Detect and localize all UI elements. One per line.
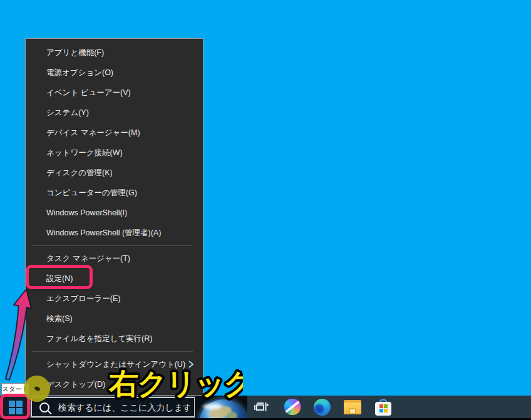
globe-cloud [203,404,222,409]
menu-item-device-manager[interactable]: デバイス マネージャー(M) [26,123,203,143]
file-explorer-button[interactable] [338,396,367,418]
menu-item-run[interactable]: ファイル名を指定して実行(R) [26,329,203,349]
microsoft-store-button[interactable] [369,396,398,418]
menu-item-disk-management[interactable]: ディスクの管理(K) [26,163,203,183]
menu-item-label: デバイス マネージャー(M) [46,128,140,138]
menu-item-label: ファイル名を指定して実行(R) [46,334,152,344]
menu-item-label: 検索(S) [46,314,73,324]
right-click-annotation: 右クリック [105,363,243,403]
menu-item-network-connections[interactable]: ネットワーク接続(W) [26,143,203,163]
menu-item-apps-features[interactable]: アプリと機能(F) [26,43,203,63]
microsoft-store-icon [375,399,391,416]
menu-separator [26,349,203,354]
search-input[interactable] [57,402,191,413]
menu-item-label: ディスクの管理(K) [46,168,113,178]
menu-item-explorer[interactable]: エクスプローラー(E) [26,289,203,309]
menu-item-label: イベント ビューアー(V) [46,88,131,98]
menu-item-label: システム(Y) [46,108,89,118]
menu-item-power-options[interactable]: 電源オプション(O) [26,63,203,83]
menu-item-label: 電源オプション(O) [46,68,113,78]
edge-icon [314,399,331,416]
copilot-icon [284,399,301,415]
menu-item-search[interactable]: 検索(S) [26,309,203,329]
menu-item-computer-management[interactable]: コンピューターの管理(G) [26,183,203,203]
task-view-button[interactable] [247,396,276,418]
menu-separator [26,243,203,248]
file-explorer-icon [344,400,361,414]
menu-item-label: アプリと機能(F) [46,48,104,58]
settings-highlight-box [26,265,93,289]
task-view-icon [254,399,269,414]
taskbar [0,396,531,420]
start-highlight-box [0,394,30,419]
annotation-arrow-icon [0,280,44,387]
menu-item-label: エクスプローラー(E) [46,294,120,304]
menu-item-event-viewer[interactable]: イベント ビューアー(V) [26,83,203,103]
edge-button[interactable] [307,396,336,418]
menu-item-label: デスクトップ(D) [46,379,105,390]
menu-item-label: Windows PowerShell (管理者)(A) [46,228,161,238]
menu-item-label: ネットワーク接続(W) [46,148,123,158]
copilot-button[interactable] [278,396,307,418]
menu-item-powershell-admin[interactable]: Windows PowerShell (管理者)(A) [26,223,203,243]
winx-context-menu: アプリと機能(F) 電源オプション(O) イベント ビューアー(V) システム(… [25,38,204,396]
cursor-click-indicator [24,376,50,402]
search-icon [39,402,49,412]
menu-item-powershell[interactable]: Windows PowerShell(I) [26,203,203,223]
menu-item-label: タスク マネージャー(T) [46,254,130,264]
right-click-text: 右クリック [108,367,243,400]
menu-item-label: コンピューターの管理(G) [46,188,137,198]
menu-item-system[interactable]: システム(Y) [26,103,203,123]
globe-landmass [227,412,237,418]
menu-item-label: Windows PowerShell(I) [46,208,127,217]
